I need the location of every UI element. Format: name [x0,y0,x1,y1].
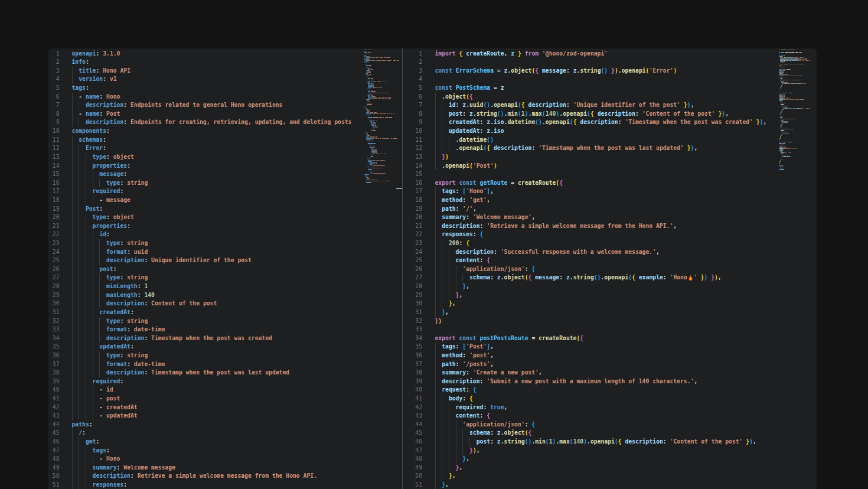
code-line[interactable]: properties: [72,222,130,231]
code-line[interactable]: type: string [72,351,148,360]
code-line[interactable]: Error: [72,144,107,153]
code-line[interactable]: Post: [72,205,103,214]
code-line[interactable]: description: Timestamp when the post was… [72,334,272,343]
code-line[interactable]: createdAt: z.iso.datetime().openapi({ de… [435,118,767,127]
code-line[interactable]: .object({ [435,93,473,102]
code-line[interactable]: responses: { [435,230,484,239]
code-line[interactable]: updatedAt: [72,343,134,351]
code-line[interactable]: - name: Post [72,110,120,119]
code-line[interactable]: schema: z.object({ [435,429,532,438]
code-line[interactable]: type: object [72,153,134,162]
code-line[interactable]: type: string [72,239,148,248]
code-line[interactable]: format: date-time [72,360,165,369]
code-line[interactable]: body: { [435,395,473,403]
code-line[interactable]: info: [72,58,89,67]
code-line[interactable]: id: [72,230,110,239]
code-line[interactable]: type: string [72,273,148,282]
code-line[interactable]: format: date-time [72,325,165,334]
code-line[interactable]: }, [435,481,449,489]
code-line[interactable]: method: 'get', [435,196,491,205]
code-line[interactable]: required: true, [435,403,508,412]
code-line[interactable]: path: '/', [435,205,477,214]
code-line[interactable]: /: [72,429,86,438]
code-line[interactable]: path: '/posts', [435,360,494,369]
code-line[interactable]: openapi: 3.1.0 [72,50,120,58]
code-line[interactable]: }) [435,317,442,326]
code-line[interactable]: post: [72,265,117,274]
code-line[interactable]: export const postPostsRoute = createRout… [435,334,584,343]
code-line[interactable]: }, [435,455,470,464]
code-line[interactable]: schema: z.object({ message: z.string().o… [435,273,722,282]
code-line[interactable]: - Hono [72,455,120,464]
code-line[interactable]: }, [435,282,470,291]
code-line[interactable]: }, [435,291,463,300]
code-line[interactable]: title: Hono API [72,67,131,76]
code-line[interactable]: required: [72,377,124,386]
code-line[interactable]: description: Unique identifier of the po… [72,256,252,265]
code-line[interactable]: tags: [72,84,89,93]
code-line[interactable]: 'application/json': { [435,420,536,429]
code-line[interactable]: 'application/json': { [435,265,536,274]
code-line[interactable]: }), [435,446,480,455]
code-line[interactable]: post: z.string().min(1).max(140).openapi… [435,438,756,446]
code-line[interactable]: version: v1 [72,75,117,84]
code-line[interactable]: description: 'Successful response with a… [435,248,660,257]
code-line[interactable]: - createdAt [72,403,138,412]
code-line[interactable]: export const getRoute = createRoute({ [435,179,563,188]
code-line[interactable]: - id [72,386,113,395]
code-line[interactable]: const ErrorSchema = z.object({ message: … [435,67,677,76]
code-line[interactable]: }, [435,472,456,481]
minimap[interactable] [779,48,816,489]
code-line[interactable]: description: 'Submit a new post with a m… [435,377,698,386]
code-line[interactable]: description: Timestamp when the post was… [72,369,290,377]
code-line[interactable]: .datetime() [435,136,494,145]
code-line[interactable]: responses: [72,481,128,489]
minimap[interactable] [364,48,402,489]
code-line[interactable]: const PostSchema = z [435,84,504,93]
code-line[interactable]: - updatedAt [72,412,138,420]
code-line[interactable]: content: { [435,412,491,420]
code-line[interactable]: import { createRoute, z } from '@hono/zo… [435,50,608,58]
pane-divider[interactable] [402,48,403,489]
code-line[interactable]: tags: ['Post'], [435,343,494,351]
code-line[interactable]: schemas: [72,136,107,145]
code-line[interactable]: description: Content of the post [72,299,217,308]
code-line[interactable]: maxLength: 140 [72,291,155,300]
code-line[interactable]: method: 'post', [435,351,494,360]
code-line[interactable]: format: uuid [72,248,148,257]
code-line[interactable]: summary: Welcome message [72,464,176,472]
code-line[interactable]: type: string [72,317,148,326]
code-line[interactable]: request: { [435,386,477,395]
code-line[interactable]: }) [435,153,449,162]
code-line[interactable]: - post [72,395,120,403]
code-line[interactable]: properties: [72,162,130,171]
code-line[interactable]: get: [72,438,100,446]
code-line[interactable]: - name: Hono [72,93,120,102]
code-line[interactable]: description: Endpoints related to genera… [72,101,283,110]
code-line[interactable]: .openapi({ description: 'Timestamp when … [435,144,698,153]
code-line[interactable]: tags: ['Hono'], [435,187,494,196]
code-line[interactable]: .openapi('Post') [435,162,497,171]
code-line[interactable]: }, [435,299,456,308]
code-line[interactable]: content: { [435,256,491,265]
code-line[interactable]: - message [72,196,130,205]
code-line[interactable]: type: string [72,179,148,188]
code-line[interactable]: description: 'Retrieve a simple welcome … [435,222,677,231]
code-line[interactable]: components: [72,127,110,136]
code-line[interactable]: 200: { [435,239,470,248]
code-line[interactable]: message: [72,170,128,179]
code-line[interactable]: description: Endpoints for creating, ret… [72,118,352,127]
code-line[interactable]: minLength: 1 [72,282,148,291]
code-line[interactable]: updatedAt: z.iso [435,127,504,136]
code-line[interactable]: summary: 'Welcome message', [435,213,536,222]
code-line[interactable]: }, [435,308,449,317]
code-line[interactable]: }, [435,464,463,472]
code-line[interactable]: id: z.uuid().openapi({ description: 'Uni… [435,101,694,110]
code-line[interactable]: description: Retrieve a simple welcome m… [72,472,317,481]
code-line[interactable]: paths: [72,420,93,429]
code-line[interactable]: summary: 'Create a new post', [435,369,542,377]
code-line[interactable]: required: [72,187,124,196]
code-line[interactable]: tags: [72,446,110,455]
code-line[interactable]: type: object [72,213,134,222]
code-line[interactable]: createdAt: [72,308,134,317]
